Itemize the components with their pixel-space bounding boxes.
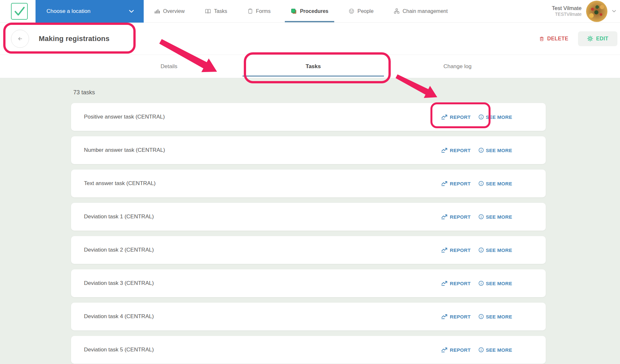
task-name: Positive answer task (CENTRAL): [84, 114, 165, 120]
task-card: Deviation task 2 (CENTRAL) REPORT SEE MO…: [71, 236, 546, 264]
nav-item-forms[interactable]: Forms: [247, 0, 271, 22]
see-more-link[interactable]: SEE MORE: [478, 214, 512, 220]
tasks-content: 73 tasks Positive answer task (CENTRAL) …: [0, 78, 620, 364]
delete-button[interactable]: DELETE: [539, 36, 568, 42]
report-link[interactable]: REPORT: [441, 181, 470, 186]
see-more-label: SEE MORE: [486, 114, 512, 120]
tab-label: Change log: [443, 63, 471, 70]
report-link[interactable]: REPORT: [441, 148, 470, 153]
see-more-label: SEE MORE: [486, 148, 512, 153]
task-name: Deviation task 1 (CENTRAL): [84, 213, 154, 220]
smiley-icon: [348, 8, 355, 14]
nav-item-label: Overview: [163, 8, 185, 14]
task-name: Deviation task 2 (CENTRAL): [84, 247, 154, 253]
task-actions: REPORT SEE MORE: [441, 114, 512, 120]
nav-item-procedures[interactable]: Procedures: [291, 0, 328, 22]
see-more-link[interactable]: SEE MORE: [478, 247, 512, 253]
task-name: Text answer task (CENTRAL): [84, 180, 156, 187]
tab-label: Tasks: [306, 63, 321, 70]
trend-up-icon: [441, 181, 448, 186]
see-more-label: SEE MORE: [486, 314, 512, 319]
tab-label: Details: [160, 63, 177, 70]
back-button[interactable]: [11, 30, 29, 48]
nav-item-label: Tasks: [214, 8, 227, 14]
edit-button-label: EDIT: [596, 36, 608, 42]
see-more-link[interactable]: SEE MORE: [478, 147, 512, 153]
report-label: REPORT: [450, 181, 470, 186]
trend-up-icon: [441, 314, 448, 319]
task-card: Positive answer task (CENTRAL) REPORT SE…: [71, 103, 546, 131]
info-icon: [478, 280, 484, 286]
choose-location-label: Choose a location: [46, 8, 90, 15]
report-link[interactable]: REPORT: [441, 214, 470, 220]
report-link[interactable]: REPORT: [441, 247, 470, 253]
info-icon: [478, 181, 484, 186]
org-chart-icon: [394, 8, 400, 14]
header-actions: DELETE EDIT: [539, 31, 620, 46]
see-more-link[interactable]: SEE MORE: [478, 280, 512, 286]
delete-button-label: DELETE: [547, 36, 568, 42]
task-name: Deviation task 5 (CENTRAL): [84, 347, 154, 353]
task-card: Deviation task 3 (CENTRAL) REPORT SEE MO…: [71, 269, 546, 297]
task-name: Deviation task 4 (CENTRAL): [84, 313, 154, 320]
trend-up-icon: [441, 214, 448, 220]
app-logo[interactable]: [11, 3, 28, 20]
user-account: TESTVilmate: [552, 12, 582, 17]
info-icon: [478, 114, 484, 120]
choose-location-button[interactable]: Choose a location: [36, 0, 144, 23]
user-names: Test Vilmate TESTVilmate: [552, 5, 582, 17]
see-more-label: SEE MORE: [486, 181, 512, 186]
user-name: Test Vilmate: [552, 5, 582, 12]
trend-up-icon: [441, 247, 448, 253]
avatar[interactable]: [586, 1, 607, 22]
chevron-down-icon: [129, 10, 134, 13]
trend-up-icon: [441, 148, 448, 153]
nav-item-tasks[interactable]: Tasks: [205, 0, 227, 22]
tab-details[interactable]: Details: [97, 55, 241, 78]
nav-item-label: Chain management: [403, 8, 448, 14]
report-link[interactable]: REPORT: [441, 347, 470, 353]
user-chevron-down-icon: [612, 10, 616, 13]
report-link[interactable]: REPORT: [441, 314, 470, 319]
page-title: Making registrations: [39, 35, 109, 43]
see-more-link[interactable]: SEE MORE: [478, 347, 512, 353]
report-label: REPORT: [450, 314, 470, 319]
task-count: 73 tasks: [73, 89, 620, 96]
layers-icon: [291, 8, 297, 15]
nav-item-label: Forms: [256, 8, 271, 14]
nav-item-people[interactable]: People: [348, 0, 374, 22]
gear-icon: [587, 36, 593, 42]
tab-tasks[interactable]: Tasks: [241, 55, 386, 78]
tab-change-log[interactable]: Change log: [385, 55, 530, 78]
edit-button[interactable]: EDIT: [578, 31, 617, 46]
see-more-label: SEE MORE: [486, 281, 512, 286]
active-tab-underline: [243, 76, 384, 77]
top-navigation: Choose a location Overview Tasks Forms: [0, 0, 620, 23]
report-label: REPORT: [450, 114, 470, 120]
report-label: REPORT: [450, 247, 470, 253]
main-menu: Overview Tasks Forms Procedures Peopl: [154, 0, 448, 22]
task-list: Positive answer task (CENTRAL) REPORT SE…: [71, 103, 546, 364]
task-actions: REPORT SEE MORE: [441, 280, 512, 286]
user-menu[interactable]: Test Vilmate TESTVilmate: [552, 1, 620, 22]
info-icon: [478, 147, 484, 153]
see-more-link[interactable]: SEE MORE: [478, 181, 512, 186]
nav-item-overview[interactable]: Overview: [154, 0, 185, 22]
detail-tabs: Details Tasks Change log: [0, 55, 620, 78]
info-icon: [478, 214, 484, 220]
active-nav-underline: [285, 21, 334, 22]
see-more-label: SEE MORE: [486, 347, 512, 353]
page-header: Making registrations DELETE EDIT: [0, 23, 620, 55]
task-card: Deviation task 5 (CENTRAL) REPORT SEE MO…: [71, 336, 546, 364]
report-link[interactable]: REPORT: [441, 281, 470, 286]
see-more-link[interactable]: SEE MORE: [478, 314, 512, 319]
report-label: REPORT: [450, 281, 470, 286]
nav-item-chain-management[interactable]: Chain management: [394, 0, 448, 22]
task-actions: REPORT SEE MORE: [441, 347, 512, 353]
trend-up-icon: [441, 347, 448, 353]
nav-item-label: People: [357, 8, 374, 14]
arrow-left-icon: [16, 35, 24, 42]
see-more-link[interactable]: SEE MORE: [478, 114, 512, 120]
report-link[interactable]: REPORT: [441, 114, 470, 120]
nav-item-label: Procedures: [300, 8, 328, 14]
